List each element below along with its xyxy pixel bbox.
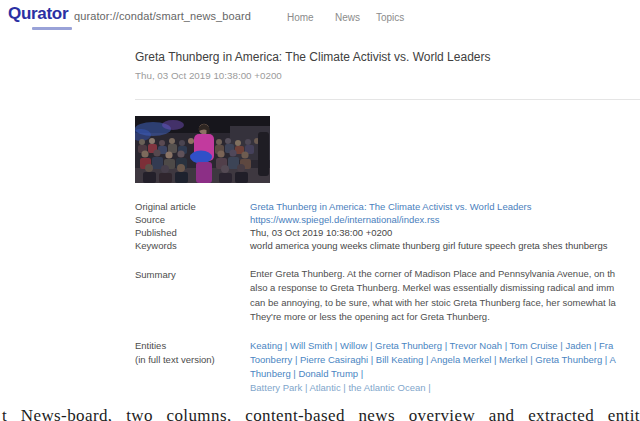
detail-label: Source [135, 213, 250, 226]
table-row: Keywords world america young weeks clima… [135, 239, 640, 252]
summary-line: can be annoying, to be sure, what with h… [250, 296, 616, 310]
table-row: Original article Greta Thunberg in Ameri… [135, 200, 640, 213]
logo-tagline [32, 27, 72, 30]
article-photo [135, 116, 270, 183]
detail-label: Published [135, 226, 250, 239]
entities-label: Entities (in full text version) [135, 339, 215, 367]
entity-links-line-locations[interactable]: Battery Park | Atlantic | the Atlantic O… [250, 381, 616, 395]
entities-label-subtitle: (in full text version) [135, 353, 215, 367]
page-title: Greta Thunberg in America: The Climate A… [135, 50, 491, 64]
entity-links-line[interactable]: Keating | Will Smith | Willow | Greta Th… [250, 339, 616, 353]
keywords-value: world america young weeks climate thunbe… [250, 239, 608, 252]
entity-links-line[interactable]: Thunberg | Donald Trump | [250, 367, 616, 381]
header-divider [135, 99, 640, 100]
summary-label: Summary [135, 269, 176, 280]
nav-item-topics[interactable]: Topics [376, 12, 404, 23]
detail-label: Keywords [135, 239, 250, 252]
breadcrumb-address: qurator://condat/smart_news_board [74, 10, 251, 22]
article-details-table: Original article Greta Thunberg in Ameri… [135, 200, 640, 252]
summary-line: Enter Greta Thunberg. At the corner of M… [250, 267, 616, 281]
entities-label-title: Entities [135, 339, 215, 353]
entities-list: Keating | Will Smith | Willow | Greta Th… [250, 339, 616, 395]
detail-label: Original article [135, 200, 250, 213]
summary-line: also a response to Greta Thunberg. Merke… [250, 281, 616, 295]
entity-links-line[interactable]: Toonberry | Pierre Casiraghi | Bill Keat… [250, 353, 616, 367]
figure-caption-fragment: t News-board, two columns, content-based… [2, 406, 640, 421]
table-row: Published Thu, 03 Oct 2019 10:38:00 +020… [135, 226, 640, 239]
table-row: Source https://www.spiegel.de/internatio… [135, 213, 640, 226]
smart-news-board-page: Qurator qurator://condat/smart_news_boar… [0, 0, 640, 421]
source-link[interactable]: https://www.spiegel.de/international/ind… [250, 213, 440, 226]
published-value: Thu, 03 Oct 2019 10:38:00 +0200 [250, 226, 392, 239]
nav-item-news[interactable]: News [335, 12, 360, 23]
original-article-link[interactable]: Greta Thunberg in America: The Climate A… [250, 200, 531, 213]
summary-line: They're more or less the opening act for… [250, 310, 616, 324]
summary-text: Enter Greta Thunberg. At the corner of M… [250, 267, 616, 324]
top-navbar: Qurator qurator://condat/smart_news_boar… [0, 0, 640, 36]
nav-item-home[interactable]: Home [287, 12, 314, 23]
article-date: Thu, 03 Oct 2019 10:38:00 +0200 [135, 70, 282, 81]
qurator-logo[interactable]: Qurator [8, 4, 68, 24]
